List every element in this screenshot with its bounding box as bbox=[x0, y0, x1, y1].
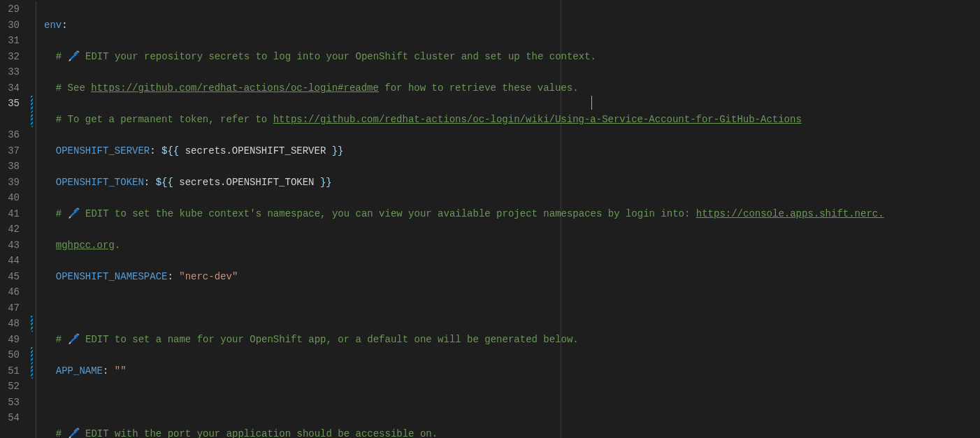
line-number[interactable]: 52 bbox=[0, 379, 20, 395]
change-mark bbox=[31, 347, 33, 363]
line-number[interactable]: 37 bbox=[0, 143, 20, 159]
comment: # 🖊️ EDIT your repository secrets to log… bbox=[56, 51, 596, 62]
line-number[interactable]: 48 bbox=[0, 316, 20, 332]
indent-guide bbox=[36, 1, 44, 438]
comment: # 🖊️ EDIT to set a name for your OpenShi… bbox=[56, 334, 579, 345]
line-number[interactable]: 39 bbox=[0, 175, 20, 191]
line-number[interactable]: 50 bbox=[0, 347, 20, 363]
line-number[interactable]: 36 bbox=[0, 127, 20, 143]
line-number[interactable]: 47 bbox=[0, 300, 20, 316]
code-line[interactable]: env: bbox=[44, 17, 980, 34]
yaml-keyword: env bbox=[44, 20, 62, 31]
line-number[interactable]: 31 bbox=[0, 33, 20, 49]
yaml-key: OPENSHIFT_NAMESPACE bbox=[56, 271, 168, 282]
yaml-key: APP_NAME bbox=[56, 365, 103, 377]
code-line[interactable]: OPENSHIFT_NAMESPACE: "nerc-dev" bbox=[44, 269, 980, 285]
comment: # See https://github.com/redhat-actions/… bbox=[56, 82, 579, 94]
code-line[interactable]: OPENSHIFT_TOKEN: ${{ secrets.OPENSHIFT_T… bbox=[44, 175, 980, 191]
line-number[interactable]: 45 bbox=[0, 269, 20, 285]
line-number[interactable]: 42 bbox=[0, 221, 20, 238]
line-number[interactable]: 46 bbox=[0, 284, 20, 300]
code-line[interactable]: OPENSHIFT_SERVER: ${{ secrets.OPENSHIFT_… bbox=[44, 143, 980, 159]
code-line[interactable]: # See https://github.com/redhat-actions/… bbox=[44, 80, 980, 96]
code-editor[interactable]: 29 30 31 32 33 34 35 36 37 38 39 40 41 4… bbox=[0, 0, 980, 438]
comment-link[interactable]: mghpcc.org bbox=[56, 240, 115, 251]
comment-link[interactable]: https://github.com/redhat-actions/oc-log… bbox=[273, 114, 802, 125]
expression: ${{ secrets.OPENSHIFT_TOKEN }} bbox=[156, 177, 332, 188]
line-number[interactable]: 41 bbox=[0, 206, 20, 222]
line-number[interactable]: 30 bbox=[0, 17, 20, 34]
punct: : bbox=[62, 20, 67, 31]
code-line[interactable]: # 🖊️ EDIT with the port your application… bbox=[44, 426, 980, 439]
line-number[interactable]: 53 bbox=[0, 395, 20, 411]
code-line[interactable]: # 🖊️ EDIT to set the kube context's name… bbox=[44, 206, 980, 222]
line-number[interactable]: 54 bbox=[0, 410, 20, 426]
code-line[interactable] bbox=[44, 300, 980, 316]
line-number-gutter[interactable]: 29 30 31 32 33 34 35 36 37 38 39 40 41 4… bbox=[0, 1, 31, 438]
code-content[interactable]: env: # 🖊️ EDIT your repository secrets t… bbox=[44, 1, 980, 438]
comment: # 🖊️ EDIT to set the kube context's name… bbox=[56, 208, 884, 219]
change-mark bbox=[31, 112, 33, 128]
punct: : bbox=[150, 145, 161, 156]
line-number[interactable]: 38 bbox=[0, 159, 20, 175]
code-line[interactable] bbox=[44, 395, 980, 411]
yaml-key: OPENSHIFT_SERVER bbox=[56, 145, 150, 156]
line-number[interactable]: 34 bbox=[0, 80, 20, 96]
comment: # 🖊️ EDIT with the port your application… bbox=[56, 428, 438, 439]
string: "" bbox=[115, 365, 127, 377]
line-number-active[interactable]: 35 bbox=[0, 96, 20, 112]
comment-link[interactable]: https://console.apps.shift.nerc. bbox=[696, 208, 884, 219]
line-number[interactable]: 44 bbox=[0, 253, 20, 269]
line-number[interactable]: 33 bbox=[0, 64, 20, 80]
comment-link[interactable]: https://github.com/redhat-actions/oc-log… bbox=[91, 82, 379, 94]
line-number[interactable]: 43 bbox=[0, 238, 20, 254]
expression: ${{ secrets.OPENSHIFT_SERVER }} bbox=[161, 145, 343, 156]
code-line[interactable]: # 🖊️ EDIT to set a name for your OpenShi… bbox=[44, 332, 980, 348]
change-mark bbox=[31, 96, 33, 112]
change-indicator-bar bbox=[31, 1, 34, 438]
comment: # To get a permanent token, refer to htt… bbox=[56, 114, 802, 125]
line-number[interactable] bbox=[0, 112, 20, 128]
punct: : bbox=[144, 177, 156, 188]
change-mark bbox=[31, 363, 33, 379]
yaml-key: OPENSHIFT_TOKEN bbox=[56, 177, 144, 188]
string: "nerc-dev" bbox=[179, 271, 238, 282]
line-number[interactable]: 29 bbox=[0, 1, 20, 17]
comment: mghpcc.org. bbox=[56, 240, 120, 251]
change-mark bbox=[31, 316, 33, 332]
line-number[interactable]: 40 bbox=[0, 190, 20, 206]
code-line-wrap[interactable]: mghpcc.org. bbox=[44, 238, 980, 254]
code-line[interactable]: APP_NAME: "" bbox=[44, 363, 980, 379]
punct: : bbox=[167, 271, 179, 282]
code-line[interactable]: # 🖊️ EDIT your repository secrets to log… bbox=[44, 49, 980, 65]
punct: : bbox=[103, 365, 115, 377]
line-number[interactable]: 49 bbox=[0, 332, 20, 348]
line-number[interactable]: 51 bbox=[0, 363, 20, 379]
line-number[interactable]: 32 bbox=[0, 49, 20, 65]
code-line[interactable]: # To get a permanent token, refer to htt… bbox=[44, 112, 980, 128]
